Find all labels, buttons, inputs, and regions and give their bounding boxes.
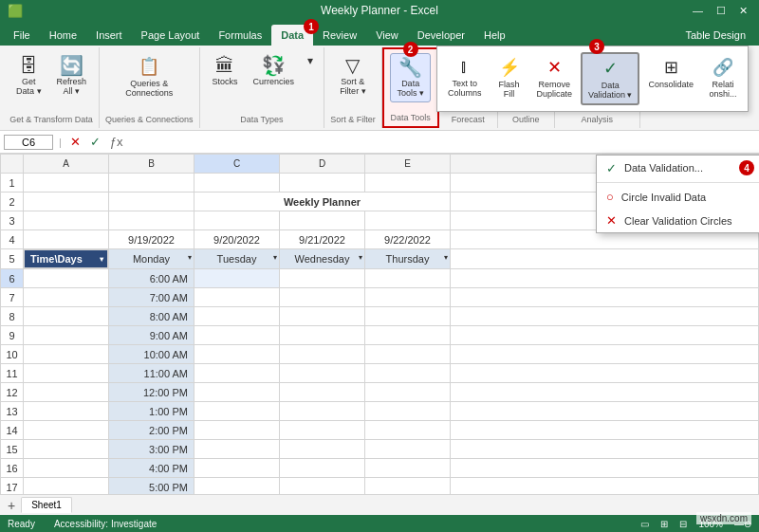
add-sheet-button[interactable]: +	[4, 498, 19, 513]
cell-c12[interactable]	[194, 383, 280, 402]
cell-f5[interactable]	[451, 249, 759, 269]
cell-a8[interactable]	[24, 307, 109, 326]
cell-a15[interactable]	[24, 440, 109, 459]
tab-review[interactable]: Review	[313, 25, 366, 46]
cell-e1[interactable]	[365, 174, 451, 193]
wednesday-dropdown[interactable]: ▾	[359, 253, 362, 262]
cell-d8[interactable]	[280, 307, 365, 326]
cell-a14[interactable]	[24, 421, 109, 440]
cell-e7[interactable]	[365, 288, 451, 307]
cell-f16[interactable]	[451, 459, 759, 478]
cell-e15[interactable]	[365, 440, 451, 459]
get-data-button[interactable]: 🗄 GetData ▾	[9, 51, 48, 101]
day-wednesday[interactable]: Wednesday ▾	[280, 249, 365, 269]
cell-d1[interactable]	[280, 174, 365, 193]
stocks-button[interactable]: 🏛 Stocks	[206, 51, 245, 91]
cell-f13[interactable]	[451, 402, 759, 421]
cell-c1[interactable]	[194, 174, 280, 193]
cell-c11[interactable]	[194, 364, 280, 383]
time-days-dropdown[interactable]: ▾	[100, 255, 103, 264]
view-layout-icon[interactable]: ⊞	[660, 519, 668, 529]
cell-a16[interactable]	[24, 459, 109, 478]
col-header-e[interactable]: E	[365, 155, 451, 174]
cell-f14[interactable]	[451, 421, 759, 440]
cell-e11[interactable]	[365, 364, 451, 383]
cell-a11[interactable]	[24, 364, 109, 383]
cell-a7[interactable]	[24, 288, 109, 307]
view-normal-icon[interactable]: ▭	[640, 519, 649, 529]
tuesday-dropdown[interactable]: ▾	[273, 253, 277, 262]
queries-button[interactable]: 📋 Queries &Connections	[119, 51, 179, 102]
refresh-all-button[interactable]: 🔄 RefreshAll ▾	[50, 51, 94, 101]
close-button[interactable]: ✕	[735, 4, 751, 18]
col-header-d[interactable]: D	[280, 155, 365, 174]
tab-home[interactable]: Home	[40, 25, 86, 46]
time-4pm[interactable]: 4:00 PM	[109, 459, 194, 478]
cell-c6[interactable]	[194, 269, 280, 288]
cell-reference[interactable]: C6	[4, 135, 53, 150]
time-11am[interactable]: 11:00 AM	[109, 364, 194, 383]
cell-f9[interactable]	[451, 326, 759, 345]
time-7am[interactable]: 7:00 AM	[109, 288, 194, 307]
cell-b1[interactable]	[109, 174, 194, 193]
cell-c10[interactable]	[194, 345, 280, 364]
cell-c16[interactable]	[194, 459, 280, 478]
cell-c9[interactable]	[194, 326, 280, 345]
cell-a13[interactable]	[24, 402, 109, 421]
date-3[interactable]: 9/21/2022	[280, 230, 365, 249]
time-3pm[interactable]: 3:00 PM	[109, 440, 194, 459]
cell-f10[interactable]	[451, 345, 759, 364]
cell-f8[interactable]	[451, 307, 759, 326]
time-12pm[interactable]: 12:00 PM	[109, 383, 194, 402]
tab-help[interactable]: Help	[474, 25, 515, 46]
cell-e8[interactable]	[365, 307, 451, 326]
cell-a6[interactable]	[24, 269, 109, 288]
cell-c15[interactable]	[194, 440, 280, 459]
time-2pm[interactable]: 2:00 PM	[109, 421, 194, 440]
data-tools-button[interactable]: 🔧 DataTools ▾	[390, 53, 431, 102]
cell-e6[interactable]	[365, 269, 451, 288]
cell-a1[interactable]	[24, 174, 109, 193]
sort-filter-button[interactable]: ▽ Sort &Filter ▾	[333, 51, 373, 101]
cell-d16[interactable]	[280, 459, 365, 478]
time-9am[interactable]: 9:00 AM	[109, 326, 194, 345]
remove-duplicate-button[interactable]: ✕ RemoveDuplicate	[530, 52, 580, 103]
cell-a2[interactable]	[24, 193, 109, 211]
cell-d7[interactable]	[280, 288, 365, 307]
day-thursday[interactable]: Thursday ▾	[365, 249, 451, 269]
tab-insert[interactable]: Insert	[86, 25, 132, 46]
flash-fill-button[interactable]: ⚡ FlashFill	[491, 52, 528, 103]
formula-input[interactable]	[130, 136, 755, 149]
cell-b3[interactable]	[109, 211, 194, 230]
cell-f7[interactable]	[451, 288, 759, 307]
cell-a3[interactable]	[24, 211, 109, 230]
data-validation-btn[interactable]: ✓ DataValidation ▾	[581, 52, 639, 105]
cell-c14[interactable]	[194, 421, 280, 440]
cell-e9[interactable]	[365, 326, 451, 345]
data-types-more-button[interactable]: ▾	[303, 51, 318, 70]
view-page-icon[interactable]: ⊟	[679, 519, 687, 529]
circle-invalid-item[interactable]: ○ Circle Invalid Data	[597, 185, 759, 209]
sheet-tab-1[interactable]: Sheet1	[21, 497, 72, 513]
cell-a9[interactable]	[24, 326, 109, 345]
monday-dropdown[interactable]: ▾	[188, 253, 192, 262]
tab-formulas[interactable]: Formulas	[209, 25, 271, 46]
date-2[interactable]: 9/20/2022	[194, 230, 280, 249]
tab-view[interactable]: View	[366, 25, 408, 46]
maximize-button[interactable]: ☐	[713, 4, 730, 18]
col-header-a[interactable]: A	[24, 155, 109, 174]
time-6am[interactable]: 6:00 AM	[109, 269, 194, 288]
cell-e10[interactable]	[365, 345, 451, 364]
thursday-dropdown[interactable]: ▾	[444, 253, 448, 262]
cell-e14[interactable]	[365, 421, 451, 440]
cell-d13[interactable]	[280, 402, 365, 421]
function-icon[interactable]: ƒx	[107, 135, 126, 149]
title-cell[interactable]: Weekly Planner	[194, 193, 451, 211]
cell-d3[interactable]	[280, 211, 365, 230]
consolidate-button[interactable]: ⊞ Consolidate	[641, 52, 700, 94]
tab-page-layout[interactable]: Page Layout	[132, 25, 210, 46]
cell-e16[interactable]	[365, 459, 451, 478]
day-monday[interactable]: Monday ▾	[109, 249, 194, 269]
tab-developer[interactable]: Developer	[408, 25, 474, 46]
clear-validation-item[interactable]: ✕ Clear Validation Circles	[597, 209, 759, 232]
